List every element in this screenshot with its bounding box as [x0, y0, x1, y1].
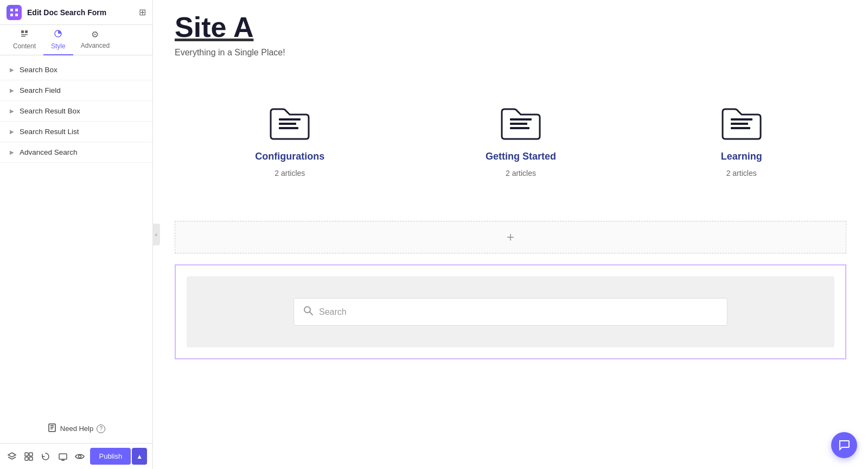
svg-rect-7: [21, 36, 25, 37]
eye-icon[interactable]: [73, 448, 86, 465]
sidebar-title: Edit Doc Search Form: [27, 8, 133, 17]
sidebar-menu: ▶ Search Box ▶ Search Field ▶ Search Res…: [0, 55, 152, 414]
need-help-label: Need Help: [60, 424, 93, 433]
svg-rect-26: [731, 127, 750, 129]
card-title-getting-started: Getting Started: [486, 151, 556, 162]
card-title-configurations: Configurations: [255, 151, 324, 162]
tabs-bar: Content Style ⚙ Advanced: [0, 25, 152, 55]
chevron-right-icon: ▶: [10, 87, 14, 93]
menu-label-advanced-search: Advanced Search: [20, 148, 78, 156]
need-help-link[interactable]: Need Help ?: [0, 414, 152, 443]
search-placeholder-text: Search: [319, 307, 347, 317]
menu-item-search-result-box[interactable]: ▶ Search Result Box: [0, 101, 152, 122]
cards-row: Configurations 2 articles Getting Starte…: [175, 79, 846, 199]
chat-bubble-button[interactable]: [831, 432, 857, 458]
chevron-right-icon: ▶: [10, 149, 14, 155]
site-subtitle: Everything in a Single Place!: [175, 48, 846, 58]
style-tab-icon: [54, 29, 62, 40]
card-articles-configurations: 2 articles: [275, 169, 305, 178]
sidebar-collapse-handle[interactable]: ‹: [152, 224, 160, 245]
svg-rect-23: [510, 127, 529, 129]
svg-rect-22: [510, 123, 527, 125]
svg-rect-25: [731, 123, 748, 125]
folder-icon-configurations: [265, 101, 314, 144]
plus-icon: +: [507, 230, 514, 245]
sidebar: Edit Doc Search Form ⊞ Content: [0, 0, 153, 469]
svg-rect-14: [59, 454, 67, 459]
menu-item-advanced-search[interactable]: ▶ Advanced Search: [0, 142, 152, 163]
tab-advanced[interactable]: ⚙ Advanced: [73, 25, 117, 55]
search-box-container: Search: [187, 276, 834, 347]
svg-rect-20: [279, 127, 298, 129]
bottom-toolbar: Publish ▲: [0, 443, 152, 469]
card-getting-started[interactable]: Getting Started 2 articles: [464, 90, 578, 188]
card-articles-learning: 2 articles: [726, 169, 757, 178]
menu-item-search-result-list[interactable]: ▶ Search Result List: [0, 122, 152, 142]
layers-icon[interactable]: [5, 448, 18, 465]
folder-icon-getting-started: [496, 101, 545, 144]
svg-rect-12: [25, 457, 28, 460]
help-info-icon: ?: [97, 424, 105, 433]
svg-rect-10: [25, 453, 28, 456]
history-icon[interactable]: [40, 448, 52, 465]
menu-label-search-result-list: Search Result List: [20, 128, 79, 136]
card-configurations[interactable]: Configurations 2 articles: [233, 90, 346, 188]
menu-item-search-box[interactable]: ▶ Search Box: [0, 60, 152, 80]
tab-style-label: Style: [51, 42, 66, 50]
card-learning[interactable]: Learning 2 articles: [695, 90, 788, 188]
svg-rect-19: [279, 123, 296, 125]
menu-label-search-field: Search Field: [20, 86, 61, 94]
svg-rect-9: [49, 424, 55, 432]
menu-label-search-result-box: Search Result Box: [20, 107, 80, 115]
svg-rect-24: [731, 118, 752, 121]
svg-rect-13: [29, 457, 33, 460]
chevron-right-icon: ▶: [10, 129, 14, 135]
menu-label-search-box: Search Box: [20, 66, 58, 74]
tab-style[interactable]: Style: [43, 25, 73, 55]
svg-rect-2: [10, 14, 13, 16]
svg-rect-11: [29, 453, 33, 456]
main-content: Site A Everything in a Single Place! Con…: [153, 0, 868, 469]
page-area: Site A Everything in a Single Place! Con…: [153, 0, 868, 469]
help-book-icon: [47, 423, 57, 434]
svg-rect-1: [15, 9, 18, 11]
sidebar-header: Edit Doc Search Form ⊞: [0, 0, 152, 25]
advanced-tab-icon: ⚙: [91, 29, 99, 40]
content-tab-icon: [20, 29, 29, 40]
tab-advanced-label: Advanced: [81, 42, 110, 49]
search-section: Search: [175, 264, 846, 359]
add-section-button[interactable]: +: [175, 221, 846, 253]
chevron-right-icon: ▶: [10, 108, 14, 114]
search-icon: [303, 305, 314, 319]
svg-rect-21: [510, 118, 532, 121]
publish-arrow-button[interactable]: ▲: [132, 448, 147, 465]
site-title: Site A: [175, 11, 846, 43]
stack-icon[interactable]: [22, 448, 35, 465]
svg-rect-5: [25, 30, 28, 33]
svg-rect-6: [21, 34, 28, 35]
responsive-icon[interactable]: [56, 448, 69, 465]
chevron-right-icon: ▶: [10, 67, 14, 73]
tab-content-label: Content: [13, 42, 36, 50]
search-input-wrapper[interactable]: Search: [293, 298, 727, 326]
card-title-learning: Learning: [721, 151, 762, 162]
publish-button[interactable]: Publish: [90, 448, 131, 465]
svg-rect-18: [279, 118, 301, 121]
folder-icon-learning: [717, 101, 766, 144]
svg-rect-0: [10, 9, 13, 11]
svg-rect-4: [21, 30, 24, 33]
publish-group: Publish ▲: [90, 448, 147, 465]
menu-item-search-field[interactable]: ▶ Search Field: [0, 80, 152, 101]
tab-content[interactable]: Content: [5, 25, 43, 55]
svg-rect-3: [15, 14, 18, 16]
app-logo-icon: [7, 5, 22, 20]
svg-point-17: [78, 455, 81, 458]
grid-icon[interactable]: ⊞: [139, 7, 146, 17]
card-articles-getting-started: 2 articles: [506, 169, 536, 178]
